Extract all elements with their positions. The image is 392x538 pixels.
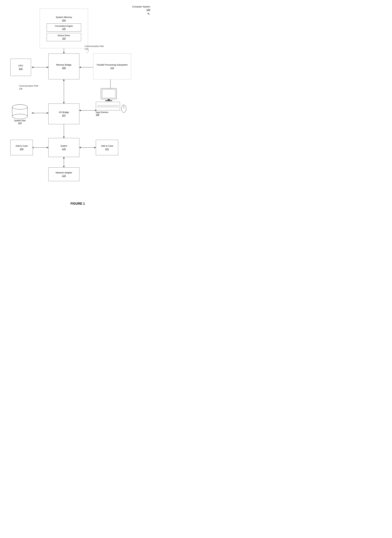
input-devices-label: Input Devices <box>96 111 108 114</box>
comm-path-113-text: Communication Path <box>84 45 104 48</box>
cylinder-svg <box>11 103 28 119</box>
parallel-processing-num: 112 <box>110 66 114 70</box>
system-disk-num: 114 <box>18 122 22 124</box>
svg-rect-13 <box>108 99 110 100</box>
computer-system-num: 100 <box>146 9 150 11</box>
add-in-card-121-label: Add-In Card <box>101 144 113 148</box>
io-bridge-label: I/O Bridge <box>59 111 69 114</box>
network-adapter-box: Network Adapter 118 <box>48 167 79 181</box>
cpu-num: 102 <box>19 67 23 70</box>
io-bridge-num: 107 <box>62 114 66 117</box>
computer-system-text: Computer System <box>132 5 150 8</box>
add-in-card-120-label: Add-In Card <box>15 144 28 148</box>
monitor-svg <box>100 88 117 102</box>
input-devices-num: 108 <box>96 114 99 116</box>
switch-label: Switch <box>61 144 67 148</box>
input-devices-area: Input Devices 108 <box>96 102 130 116</box>
device-driver-box: Device Driver 103 <box>47 33 81 41</box>
memory-bridge-box: Memory Bridge 105 <box>48 53 79 79</box>
memory-bridge-num: 105 <box>62 66 66 70</box>
system-memory-label: System Memory <box>56 16 72 19</box>
switch-box: Switch 116 <box>48 138 79 157</box>
device-driver-label: Device Driver <box>58 34 70 37</box>
svg-rect-12 <box>102 89 115 98</box>
cpu-label: CPU <box>18 64 23 67</box>
cpu-box: CPU 102 <box>10 59 31 76</box>
figure-title: FIGURE 1 <box>70 202 85 205</box>
system-disk-area: System Disk 114 <box>9 103 31 124</box>
system-disk-label: System Disk <box>14 119 26 122</box>
computer-system-label: Computer System 100 ↖ <box>132 5 150 16</box>
add-in-card-121-box: Add-In Card 121 <box>96 140 118 155</box>
comm-path-113-label: Communication Path 113 <box>84 45 104 51</box>
svg-point-18 <box>12 114 28 119</box>
comm-path-106-label: Communication Path 106 <box>19 84 38 90</box>
svg-point-19 <box>12 105 28 109</box>
add-in-card-121-num: 121 <box>105 148 109 151</box>
memory-bridge-label: Memory Bridge <box>56 63 71 66</box>
parallel-processing-label: Parallel Processing Subsystem <box>97 63 128 66</box>
comm-path-106-num: 106 <box>19 88 38 90</box>
diagram: Computer System 100 ↖ System Memory 104 … <box>0 0 155 198</box>
switch-num: 116 <box>62 148 66 151</box>
system-memory-box: System Memory 104 Convolution Engine 125… <box>40 9 88 48</box>
figure-caption: FIGURE 1 <box>0 202 155 211</box>
svg-point-22 <box>123 107 124 108</box>
device-driver-num: 103 <box>62 37 65 40</box>
convolution-engine-box: Convolution Engine 125 <box>47 23 81 32</box>
mouse-svg <box>121 103 127 113</box>
convolution-engine-num: 125 <box>62 28 65 30</box>
parallel-processing-box: Parallel Processing Subsystem 112 <box>93 53 131 79</box>
comm-path-106-text: Communication Path <box>19 84 38 88</box>
convolution-engine-label: Convolution Engine <box>55 25 73 28</box>
network-adapter-num: 118 <box>62 174 66 177</box>
add-in-card-120-box: Add-In Card 120 <box>10 140 33 155</box>
network-adapter-label: Network Adapter <box>56 171 72 174</box>
add-in-card-120-num: 120 <box>20 148 23 151</box>
io-bridge-box: I/O Bridge 107 <box>48 103 79 124</box>
system-memory-num: 104 <box>62 19 66 22</box>
comm-path-113-num: 113 <box>84 48 104 51</box>
